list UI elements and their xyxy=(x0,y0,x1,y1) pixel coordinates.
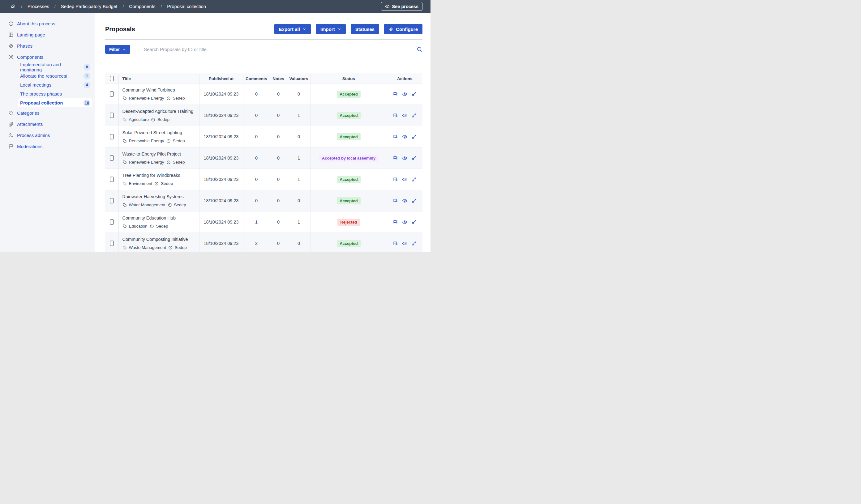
status-badge: Rejected xyxy=(338,219,360,226)
breadcrumb-components[interactable]: Components xyxy=(129,4,155,9)
row-checkbox[interactable] xyxy=(110,91,114,97)
published-at-cell: 18/10/2024 09:23 xyxy=(199,83,243,105)
breadcrumb-processes[interactable]: Processes xyxy=(28,4,49,9)
row-checkbox[interactable] xyxy=(110,198,114,203)
proposal-scope: Sedep xyxy=(173,160,185,164)
status-badge: Accepted xyxy=(337,240,360,247)
comments-count: 0 xyxy=(243,126,270,148)
sidebar-item-moderations[interactable]: Moderations xyxy=(0,141,95,152)
proposal-scope: Sedep xyxy=(156,224,168,229)
discussion-icon[interactable] xyxy=(393,155,398,161)
sidebar-item-allocate-the-resources[interactable]: Allocate the resources! 1 xyxy=(18,71,92,80)
sidebar-item-proposal-collection[interactable]: Proposal collection 10 xyxy=(18,98,92,107)
sidebar-item-components[interactable]: Components xyxy=(0,51,95,63)
configure-label: Configure xyxy=(396,27,418,32)
discussion-icon[interactable] xyxy=(393,177,398,182)
key-icon[interactable] xyxy=(411,134,416,139)
status-cell: Accepted by local assembly xyxy=(311,148,387,169)
import-button[interactable]: Import xyxy=(316,24,346,34)
proposal-category: Renewable Energy xyxy=(129,160,164,164)
select-all-checkbox[interactable] xyxy=(110,76,114,81)
sidebar-item-local-meetings[interactable]: Local meetings 4 xyxy=(18,80,92,90)
discussion-icon[interactable] xyxy=(393,198,398,203)
search-input[interactable] xyxy=(143,46,414,52)
eye-icon[interactable] xyxy=(402,92,407,97)
discussion-icon[interactable] xyxy=(393,219,398,225)
column-header-comments: Comments xyxy=(243,74,270,83)
key-icon[interactable] xyxy=(411,113,416,118)
column-header-status: Status xyxy=(311,74,387,83)
proposal-title: Community Wind Turbines xyxy=(122,87,197,93)
discussion-icon[interactable] xyxy=(393,134,398,139)
see-process-button[interactable]: See process xyxy=(381,2,422,11)
row-select-cell xyxy=(105,169,119,190)
sidebar-item-label: Process admins xyxy=(17,133,50,138)
row-checkbox[interactable] xyxy=(110,241,114,246)
breadcrumb-process-name[interactable]: Sedep Participatory Budget xyxy=(61,4,118,9)
scope-icon xyxy=(168,245,173,250)
key-icon[interactable] xyxy=(411,219,416,225)
valuators-count: 0 xyxy=(287,233,311,252)
status-cell: Accepted xyxy=(311,105,387,126)
home-icon[interactable] xyxy=(11,4,16,9)
sidebar-item-label: Categories xyxy=(17,110,40,115)
eye-icon[interactable] xyxy=(402,241,407,246)
tag-icon xyxy=(8,110,14,115)
comments-count: 0 xyxy=(243,148,270,169)
row-select-cell xyxy=(105,105,119,126)
tag-icon xyxy=(122,118,127,122)
row-checkbox[interactable] xyxy=(110,134,114,139)
discussion-icon[interactable] xyxy=(393,241,398,246)
table-row: Community Education Hub Education Sedep … xyxy=(105,212,422,233)
discussion-icon[interactable] xyxy=(393,92,398,97)
proposal-category: Environment xyxy=(129,181,152,186)
statuses-button[interactable]: Statuses xyxy=(351,24,380,34)
tag-icon xyxy=(122,224,127,229)
comments-count: 0 xyxy=(243,105,270,126)
proposal-scope: Sedep xyxy=(173,96,185,100)
page-title: Proposals xyxy=(105,26,135,33)
status-badge: Accepted xyxy=(337,176,360,183)
export-all-button[interactable]: Export all xyxy=(274,24,311,34)
sidebar-item-phases[interactable]: Phases xyxy=(0,40,95,51)
sidebar-item-landing-page[interactable]: Landing page xyxy=(0,29,95,40)
row-title-cell: Desert-Adapted Agriculture Training Agri… xyxy=(119,105,199,126)
status-cell: Accepted xyxy=(311,169,387,190)
row-checkbox[interactable] xyxy=(110,155,114,161)
key-icon[interactable] xyxy=(411,198,416,203)
tag-icon xyxy=(122,96,127,100)
info-icon xyxy=(8,21,14,26)
eye-icon[interactable] xyxy=(402,113,407,118)
discussion-icon[interactable] xyxy=(393,113,398,118)
sidebar-item-the-process-phases[interactable]: The process phases xyxy=(18,90,92,98)
breadcrumb-proposal-collection[interactable]: Proposal collection xyxy=(167,4,206,9)
filter-button[interactable]: Filter xyxy=(105,45,130,54)
search-icon[interactable] xyxy=(416,46,422,52)
eye-icon[interactable] xyxy=(402,155,407,161)
tag-icon xyxy=(122,139,127,143)
eye-icon[interactable] xyxy=(402,198,407,203)
sidebar-item-process-admins[interactable]: Process admins xyxy=(0,130,95,141)
key-icon[interactable] xyxy=(411,177,416,182)
configure-button[interactable]: Configure xyxy=(384,24,422,34)
key-icon[interactable] xyxy=(411,241,416,246)
eye-icon[interactable] xyxy=(402,134,407,139)
sidebar-item-categories[interactable]: Categories xyxy=(0,107,95,119)
published-at-cell: 18/10/2024 09:23 xyxy=(199,148,243,169)
sidebar-item-attachments[interactable]: Attachments xyxy=(0,119,95,130)
sidebar: About this process Landing page Phases C… xyxy=(0,13,95,252)
key-icon[interactable] xyxy=(411,92,416,97)
row-checkbox[interactable] xyxy=(110,112,114,118)
column-header-published-at: Published at xyxy=(199,74,243,83)
eye-icon[interactable] xyxy=(402,219,407,225)
filter-label: Filter xyxy=(109,47,120,52)
sidebar-item-about-this-process[interactable]: About this process xyxy=(0,18,95,29)
row-checkbox[interactable] xyxy=(110,219,114,225)
sidebar-item-implementation-and-monitoring[interactable]: Implementation and monitoring 8 xyxy=(18,63,92,71)
key-icon[interactable] xyxy=(411,155,416,161)
proposal-scope: Sedep xyxy=(161,181,173,186)
sidebar-item-label: Moderations xyxy=(17,144,43,149)
proposal-scope: Sedep xyxy=(175,245,187,250)
row-checkbox[interactable] xyxy=(110,177,114,182)
eye-icon[interactable] xyxy=(402,177,407,182)
